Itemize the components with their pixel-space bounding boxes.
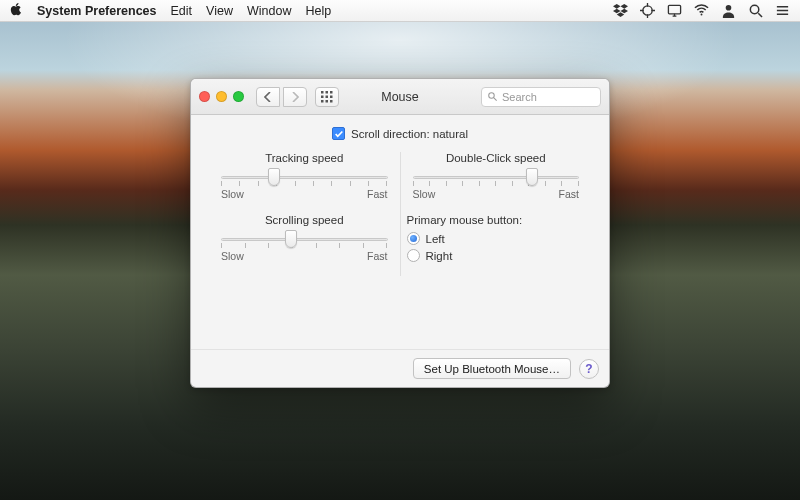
svg-rect-8	[321, 95, 324, 98]
menubar-app-name[interactable]: System Preferences	[37, 4, 157, 18]
svg-rect-13	[330, 100, 333, 103]
target-icon[interactable]	[640, 3, 655, 18]
svg-rect-7	[330, 91, 333, 94]
setup-bluetooth-mouse-button[interactable]: Set Up Bluetooth Mouse…	[413, 358, 571, 379]
show-all-button[interactable]	[315, 87, 339, 107]
scroll-direction-checkbox[interactable]	[332, 127, 345, 140]
search-placeholder: Search	[502, 91, 537, 103]
notification-center-icon[interactable]	[775, 3, 790, 18]
primary-left-radio[interactable]	[407, 232, 420, 245]
scrolling-fast-label: Fast	[367, 250, 387, 262]
search-field[interactable]: Search	[481, 87, 601, 107]
menu-view[interactable]: View	[206, 4, 233, 18]
doubleclick-fast-label: Fast	[559, 188, 579, 200]
window-content: Scroll direction: natural Tracking speed…	[191, 115, 609, 387]
help-button[interactable]: ?	[579, 359, 599, 379]
tracking-fast-label: Fast	[367, 188, 387, 200]
svg-rect-11	[321, 100, 324, 103]
svg-rect-12	[326, 100, 329, 103]
forward-button[interactable]	[283, 87, 307, 107]
display-icon[interactable]	[667, 3, 682, 18]
spotlight-search-icon[interactable]	[748, 3, 763, 18]
dropbox-icon[interactable]	[613, 3, 628, 18]
window-controls	[199, 91, 244, 102]
svg-rect-1	[668, 5, 680, 13]
primary-button-label: Primary mouse button:	[407, 214, 586, 226]
svg-rect-5	[321, 91, 324, 94]
svg-point-2	[701, 14, 703, 16]
search-icon	[487, 91, 498, 102]
svg-rect-10	[330, 95, 333, 98]
doubleclick-speed-label: Double-Click speed	[407, 152, 586, 164]
user-icon[interactable]	[721, 3, 736, 18]
window-titlebar[interactable]: Mouse Search	[191, 79, 609, 115]
primary-left-label: Left	[426, 233, 445, 245]
svg-point-0	[643, 6, 652, 15]
tracking-speed-label: Tracking speed	[215, 152, 394, 164]
menu-window[interactable]: Window	[247, 4, 291, 18]
svg-rect-6	[326, 91, 329, 94]
apple-icon	[10, 3, 23, 16]
svg-point-4	[750, 5, 758, 13]
doubleclick-speed-slider[interactable]	[413, 170, 580, 184]
primary-right-radio[interactable]	[407, 249, 420, 262]
chevron-left-icon	[264, 92, 272, 102]
grid-icon	[321, 91, 333, 103]
apple-menu[interactable]	[10, 3, 23, 19]
chevron-right-icon	[291, 92, 299, 102]
close-button[interactable]	[199, 91, 210, 102]
tracking-slow-label: Slow	[221, 188, 244, 200]
menu-help[interactable]: Help	[305, 4, 331, 18]
check-icon	[334, 129, 344, 139]
back-button[interactable]	[256, 87, 280, 107]
tracking-speed-slider[interactable]	[221, 170, 388, 184]
primary-right-label: Right	[426, 250, 453, 262]
scroll-direction-label: Scroll direction: natural	[351, 128, 468, 140]
svg-point-3	[726, 5, 732, 11]
scrolling-speed-label: Scrolling speed	[215, 214, 394, 226]
zoom-button[interactable]	[233, 91, 244, 102]
wifi-icon[interactable]	[694, 3, 709, 18]
svg-point-14	[489, 93, 495, 99]
doubleclick-slow-label: Slow	[413, 188, 436, 200]
scrolling-slow-label: Slow	[221, 250, 244, 262]
scrolling-speed-slider[interactable]	[221, 232, 388, 246]
menubar: System Preferences Edit View Window Help	[0, 0, 800, 22]
menu-edit[interactable]: Edit	[171, 4, 193, 18]
minimize-button[interactable]	[216, 91, 227, 102]
preferences-window: Mouse Search Scroll direction: natural T…	[190, 78, 610, 388]
svg-rect-9	[326, 95, 329, 98]
